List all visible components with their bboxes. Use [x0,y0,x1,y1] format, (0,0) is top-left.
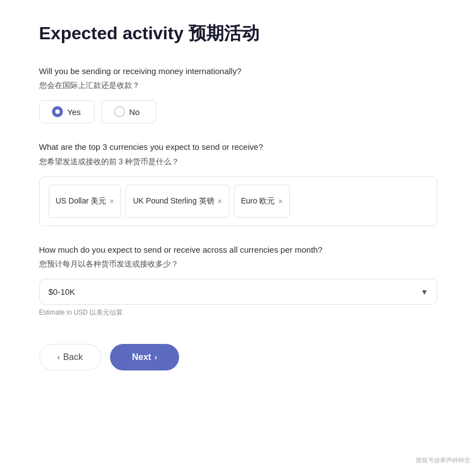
back-button[interactable]: ‹ Back [39,344,101,370]
radio-yes[interactable]: Yes [39,100,95,123]
next-label: Next [132,352,151,362]
amount-dropdown-wrapper: $0-10K $10K-50K $50K-100K $100K+ ▼ [39,279,437,305]
amount-dropdown[interactable]: $0-10K $10K-50K $50K-100K $100K+ [39,279,437,305]
question1-zh: 您会在国际上汇款还是收款？ [39,80,437,91]
currency-tag-usd-label: US Dollar 美元 [56,196,107,206]
back-chevron-icon: ‹ [57,353,60,362]
section-currencies: What are the top 3 currencies you expect… [39,141,437,226]
radio-group-international: Yes No [39,100,437,123]
next-button[interactable]: Next › [110,344,179,370]
currency-tag-gbp: UK Pound Sterling 英镑 × [125,185,229,218]
radio-yes-label: Yes [67,107,81,117]
back-label: Back [63,352,83,362]
page-title: Expected activity 预期活动 [39,22,437,45]
radio-yes-circle [52,106,63,117]
watermark: 搜狐号@希声碎碎念 [416,456,470,464]
button-row: ‹ Back Next › [39,344,437,370]
currency-tag-gbp-label: UK Pound Sterling 英镑 [133,196,214,206]
currency-tag-gbp-remove[interactable]: × [218,197,222,205]
question3-en: How much do you expect to send or receiv… [39,244,437,257]
currency-box[interactable]: US Dollar 美元 × UK Pound Sterling 英镑 × Eu… [39,176,437,226]
question2-zh: 您希望发送或接收的前 3 种货币是什么？ [39,156,437,168]
question2-en: What are the top 3 currencies you expect… [39,141,437,154]
section-international: Will you be sending or receiving money i… [39,65,437,124]
currency-tag-eur-remove[interactable]: × [278,197,283,205]
radio-no-circle [114,106,125,117]
currency-tag-eur: Euro 欧元 × [234,185,290,218]
question1-en: Will you be sending or receiving money i… [39,65,437,78]
question3-zh: 您预计每月以各种货币发送或接收多少？ [39,258,437,270]
currency-tag-usd-remove[interactable]: × [109,197,114,205]
currency-tag-eur-label: Euro 欧元 [241,196,275,206]
section-monthly-amount: How much do you expect to send or receiv… [39,244,437,318]
next-chevron-icon: › [154,353,157,362]
radio-no[interactable]: No [101,100,156,123]
currency-tag-usd: US Dollar 美元 × [49,185,122,218]
estimate-note: Estimate in USD 以美元估算 [39,308,437,317]
radio-no-label: No [129,107,140,117]
